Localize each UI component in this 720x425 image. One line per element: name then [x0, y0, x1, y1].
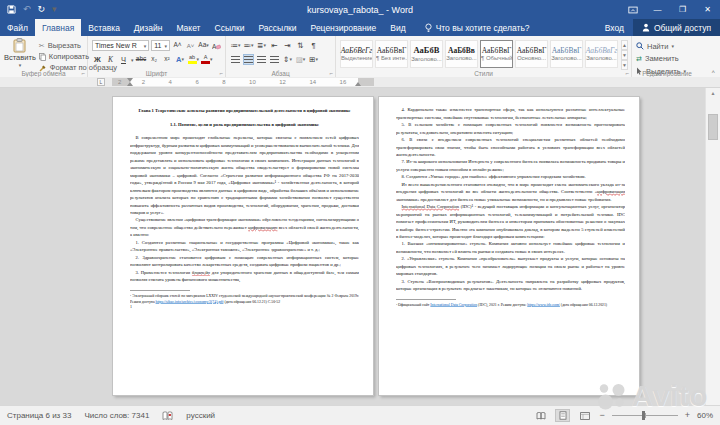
tab-selector-icon[interactable]: L	[97, 78, 105, 86]
style-chip-heading4[interactable]: АаБбВвГг Заголово...	[585, 40, 618, 68]
close-button[interactable]: ✕	[695, 0, 720, 19]
vertical-scrollbar[interactable]: ▲	[705, 88, 720, 405]
underline-button[interactable]: Ч	[118, 54, 129, 65]
style-chip-no-spacing[interactable]: АаБбВвГ ¶ Без инте...	[375, 40, 408, 68]
paste-button[interactable]: Вставить ▾	[4, 38, 36, 68]
paste-dropdown-icon[interactable]: ▾	[19, 62, 22, 68]
footnote-hyperlink[interactable]: https://www.idc.com/	[527, 302, 560, 307]
tab-file[interactable]: Файл	[0, 19, 35, 36]
document-page-right[interactable]: 4. Кардинально также изменяется транспор…	[378, 96, 640, 396]
document-page-left[interactable]: Глава 1 Теоретические аспекты развития п…	[112, 96, 374, 396]
tab-insert[interactable]: Вставка	[81, 19, 127, 36]
read-mode-button[interactable]	[533, 409, 548, 422]
clear-formatting-button[interactable]: А	[211, 40, 222, 51]
footnote-hyperlink[interactable]: International Data Corporation	[430, 302, 477, 307]
paragraph-dialog-launcher-icon[interactable]: ⌐	[329, 70, 333, 76]
tab-layout[interactable]: Макет	[169, 19, 207, 36]
section-heading: 1.1. Понятие, цели и роль предпринимател…	[130, 121, 359, 128]
print-layout-button[interactable]	[555, 409, 570, 422]
search-icon	[636, 42, 644, 50]
numbering-icon: ≕	[243, 42, 251, 50]
show-paragraph-marks-button[interactable]: ¶	[308, 40, 319, 51]
style-chip-heading1[interactable]: АаБбВ Заголово...	[410, 40, 443, 68]
footnote-hyperlink[interactable]: https://sibac.info/archive/economy/2(74)…	[156, 299, 224, 304]
shrink-font-button[interactable]: А˅	[185, 40, 196, 51]
gallery-up-icon[interactable]: ▲	[621, 40, 628, 50]
shading-button[interactable]: ▨▾	[295, 54, 306, 65]
gallery-down-icon[interactable]: ▼	[621, 50, 628, 60]
style-chip-heading2[interactable]: АаБбВв Заголово...	[445, 40, 478, 68]
undo-icon[interactable]: ↶	[23, 5, 31, 14]
tell-me-box[interactable]: Что вы хотите сделать?	[417, 19, 538, 36]
scroll-up-icon[interactable]: ▲	[706, 88, 720, 98]
save-icon[interactable]	[7, 5, 16, 14]
gallery-more-icon[interactable]: ▼	[621, 60, 628, 70]
tab-review[interactable]: Рецензирование	[304, 19, 384, 36]
share-button[interactable]: Общий доступ	[633, 19, 720, 36]
align-left-button[interactable]	[230, 54, 241, 65]
align-center-button[interactable]	[243, 54, 254, 65]
footnote: ¹ Официальный сайт International Data Co…	[396, 302, 625, 308]
minimize-button[interactable]: —	[645, 0, 670, 19]
superscript-button[interactable]: x²	[162, 54, 173, 65]
find-button[interactable]: Найти ▾	[636, 41, 699, 51]
word-count[interactable]: Число слов: 7341	[84, 411, 149, 420]
web-layout-button[interactable]	[577, 409, 592, 422]
underline-dropdown-icon[interactable]: ▾	[131, 57, 134, 63]
text-effects-button[interactable]: А▾	[175, 54, 186, 65]
style-chip-body[interactable]: АаБбВвГ Основно...	[515, 40, 548, 68]
language-indicator[interactable]: русский	[186, 411, 215, 420]
font-size-value: 11	[154, 42, 161, 49]
numbering-button[interactable]: ≕▾	[243, 40, 254, 51]
title-bar: ↶ ↻ ▾ kursovaya_rabota_ - Word — ❐ ✕	[0, 0, 720, 19]
change-case-button[interactable]: Аа▾	[198, 40, 209, 51]
ribbon-tab-bar: Файл Главная Вставка Дизайн Макет Ссылки…	[0, 19, 720, 36]
maximize-button[interactable]: ❐	[670, 0, 695, 19]
collapse-ribbon-icon[interactable]: ˄	[711, 69, 715, 75]
font-name-select[interactable]: Times New R ▾	[92, 40, 149, 51]
line-spacing-button[interactable]: ⇕▾	[282, 54, 293, 65]
hanging-indent-marker[interactable]	[127, 82, 133, 86]
font-color-button[interactable]: А ▾	[201, 54, 213, 65]
borders-button[interactable]: ⊞▾	[308, 54, 319, 65]
qat-customize-icon[interactable]: ▾	[52, 5, 57, 14]
multilevel-list-button[interactable]: ≣▾	[256, 40, 267, 51]
avito-logo-icon	[597, 381, 627, 411]
tab-home[interactable]: Главная	[35, 19, 81, 36]
bullets-button[interactable]: ≔▾	[230, 40, 241, 51]
page-indicator[interactable]: Страница 6 из 33	[7, 411, 71, 420]
font-size-select[interactable]: 11 ▾	[151, 40, 170, 51]
scrollbar-thumb[interactable]	[708, 114, 718, 140]
share-label: Общий доступ	[654, 23, 711, 33]
styles-dialog-launcher-icon[interactable]: ⌐	[625, 70, 629, 76]
highlight-icon: ab	[188, 55, 197, 64]
justify-button[interactable]	[269, 54, 280, 65]
tab-mailings[interactable]: Рассылки	[251, 19, 303, 36]
highlight-color-button[interactable]: ab ▾	[188, 54, 200, 65]
replace-button[interactable]: ⇄ Заменить	[636, 54, 699, 64]
strikethrough-button[interactable]: abc	[136, 54, 147, 65]
subscript-button[interactable]: x₂	[149, 54, 160, 65]
style-chip-heading3[interactable]: АаБбВвГ Заголово...	[550, 40, 583, 68]
grow-font-button[interactable]: А˄	[172, 40, 183, 51]
style-chip-normal[interactable]: АаБбВвГ ¶ Обычный	[480, 40, 513, 68]
proofing-status-icon[interactable]	[162, 411, 173, 421]
ribbon-display-options-icon[interactable]	[620, 0, 645, 19]
style-chip-emphasis[interactable]: АаБбВеГг Выделение	[340, 40, 373, 68]
tab-references[interactable]: Ссылки	[208, 19, 252, 36]
decrease-indent-button[interactable]: ⇤	[269, 40, 280, 51]
bold-button[interactable]: Ж	[92, 54, 103, 65]
align-right-button[interactable]	[256, 54, 267, 65]
sign-in-link[interactable]: Вход	[596, 19, 633, 36]
increase-indent-button[interactable]: ⇥	[282, 40, 293, 51]
ruler-strip: 2 2 4 6 8 10 12 14 16	[112, 78, 374, 86]
sort-button[interactable]: ⇅	[295, 40, 306, 51]
tab-design[interactable]: Дизайн	[127, 19, 170, 36]
italic-button[interactable]: К	[105, 54, 116, 65]
numbering-dropdown-icon: ▾	[251, 43, 254, 48]
right-indent-marker[interactable]	[355, 82, 361, 86]
font-dialog-launcher-icon[interactable]: ⌐	[219, 70, 223, 76]
clipboard-dialog-launcher-icon[interactable]: ⌐	[81, 70, 85, 76]
redo-icon[interactable]: ↻	[38, 5, 46, 14]
tab-view[interactable]: Вид	[383, 19, 412, 36]
